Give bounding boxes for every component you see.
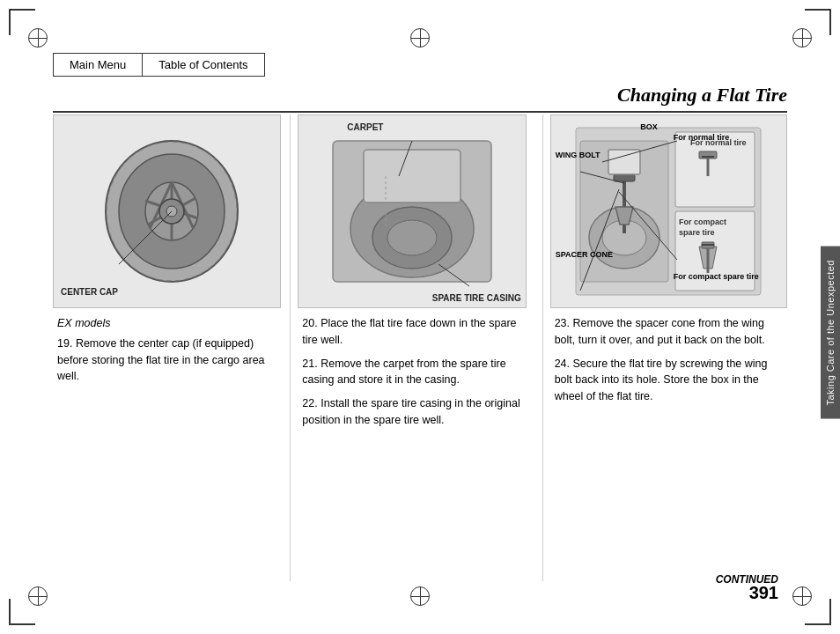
step-19-num: 19. [57, 337, 72, 350]
ex-models-label: EX models [57, 315, 285, 332]
step-20: 20. Place the flat tire face down in the… [302, 315, 530, 349]
svg-rect-14 [364, 150, 461, 203]
step-24-text: Secure the flat tire by screwing the win… [555, 358, 768, 403]
center-cap-label: CENTER CAP [61, 287, 118, 297]
main-content: CENTER CAP EX models 19. Remove the cent… [53, 114, 787, 581]
spare-tire-casing-label: SPARE TIRE CASING [432, 293, 521, 303]
step-20-num: 20. [302, 317, 317, 329]
step-23-num: 23. [555, 317, 570, 329]
step-24: 24. Secure the flat tire by screwing the… [555, 356, 783, 405]
column-2: CARPET SPARE TIRE CASING 20. Place the f… [290, 114, 542, 581]
col3-text: 23. Remove the spacer cone from the wing… [550, 315, 787, 405]
step-23: 23. Remove the spacer cone from the wing… [555, 315, 783, 349]
svg-text:spare tire: spare tire [679, 228, 715, 237]
for-normal-tire-label: For normal tire [674, 133, 730, 142]
carpet-label: CARPET [347, 122, 383, 132]
page-title: Changing a Flat Tire [53, 84, 787, 113]
nav-buttons: Main Menu Table of Contents [53, 53, 787, 77]
side-tab: Taking Care of the Unexpected [821, 247, 840, 419]
step-21-text: Remove the carpet from the spare tire ca… [302, 358, 505, 387]
svg-rect-25 [614, 174, 635, 181]
column-1: CENTER CAP EX models 19. Remove the cent… [53, 114, 290, 581]
step-21-num: 21. [302, 358, 317, 370]
col2-image-panel: CARPET SPARE TIRE CASING [298, 114, 526, 308]
main-menu-button[interactable]: Main Menu [53, 53, 142, 77]
tire-illustration [79, 123, 255, 299]
step-20-text: Place the flat tire face down in the spa… [302, 317, 516, 346]
spacer-cone-label: SPACER CONE [556, 250, 613, 259]
table-of-contents-button[interactable]: Table of Contents [142, 53, 264, 77]
step-19: 19. Remove the center cap (if equipped) … [57, 335, 285, 385]
col2-text: 20. Place the flat tire face down in the… [298, 315, 534, 429]
crosshair-tr [792, 28, 812, 48]
step-24-num: 24. [555, 358, 570, 370]
crosshair-bl [28, 586, 48, 606]
svg-rect-26 [608, 150, 640, 174]
step-22-text: Install the spare tire casing in the ori… [302, 397, 519, 426]
col1-image-panel: CENTER CAP [53, 114, 281, 308]
wing-bolt-label: WING BOLT [556, 151, 601, 159]
crosshair-tl [28, 28, 48, 48]
crosshair-br [792, 586, 812, 606]
step-22-num: 22. [302, 397, 317, 409]
step-19-text: Remove the center cap (if equipped) befo… [57, 337, 265, 383]
crosshair-bc [410, 586, 430, 606]
carpet-illustration [315, 123, 509, 299]
for-compact-spare-tire-label: For compact spare tire [674, 272, 759, 281]
svg-text:For compact: For compact [679, 217, 726, 226]
col1-text: EX models 19. Remove the center cap (if … [53, 315, 290, 385]
column-3: For normal tire For compact spare tire [543, 114, 787, 581]
step-22: 22. Install the spare tire casing in the… [302, 395, 530, 429]
header: Main Menu Table of Contents Changing a F… [53, 53, 787, 117]
crosshair-tc [410, 28, 430, 48]
svg-point-16 [387, 220, 437, 255]
step-23-text: Remove the spacer cone from the wing bol… [555, 317, 765, 346]
col3-image-panel: For normal tire For compact spare tire [550, 114, 787, 308]
step-21: 21. Remove the carpet from the spare tir… [302, 356, 530, 389]
page-number: 391 [749, 583, 778, 603]
box-label: BOX [640, 122, 658, 131]
